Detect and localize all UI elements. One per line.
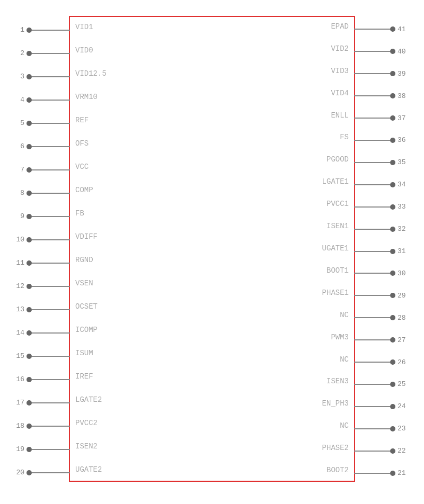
left-pin-dot-19 xyxy=(26,447,32,452)
right-pin-line-28 xyxy=(354,317,390,318)
right-pin-label-22: PHASE2 xyxy=(322,444,349,452)
right-pin-line-26 xyxy=(354,362,390,363)
right-pin-number-41: 41 xyxy=(398,25,412,33)
right-pin-label-29: PHASE1 xyxy=(322,289,349,297)
right-pin-36: 36 xyxy=(354,136,412,144)
left-pin-label-2: VID0 xyxy=(75,46,93,55)
left-pin-number-14: 14 xyxy=(12,329,24,337)
right-pin-number-23: 23 xyxy=(398,425,412,433)
right-pin-number-22: 22 xyxy=(398,447,412,455)
left-pin-label-12: VSEN xyxy=(75,279,93,287)
left-pin-17: 17 xyxy=(12,399,70,407)
left-pin-line-14 xyxy=(32,332,70,334)
left-pin-label-16: IREF xyxy=(75,372,93,381)
left-pin-label-17: LGATE2 xyxy=(75,395,102,404)
right-pin-label-38: VID4 xyxy=(331,89,349,97)
left-pin-label-10: VDIFF xyxy=(75,232,98,241)
left-pin-1: 1 xyxy=(12,26,70,34)
left-pin-10: 10 xyxy=(12,236,70,244)
right-pin-line-27 xyxy=(354,339,390,340)
left-pin-15: 15 xyxy=(12,352,70,360)
right-pin-number-35: 35 xyxy=(398,158,412,166)
right-pin-label-39: VID3 xyxy=(331,67,349,75)
left-pin-line-2 xyxy=(32,53,70,54)
left-pin-dot-17 xyxy=(26,400,32,406)
right-pin-line-25 xyxy=(354,384,390,385)
right-pin-number-28: 28 xyxy=(398,314,412,322)
left-pin-line-17 xyxy=(32,402,70,403)
right-pin-number-25: 25 xyxy=(398,380,412,388)
right-pin-dot-34 xyxy=(390,182,395,187)
left-pin-dot-13 xyxy=(26,307,32,312)
right-pin-32: 32 xyxy=(354,225,412,233)
left-pin-3: 3 xyxy=(12,73,70,80)
left-pin-9: 9 xyxy=(12,212,70,220)
left-pin-line-19 xyxy=(32,449,70,450)
left-pin-line-5 xyxy=(32,123,70,124)
left-pin-12: 12 xyxy=(12,282,70,290)
left-pin-18: 18 xyxy=(12,422,70,430)
ic-body: 1VID12VID03VID12.54VRM105REF6OFS7VCC8COM… xyxy=(69,16,355,482)
left-pin-label-1: VID1 xyxy=(75,23,93,31)
left-pin-dot-1 xyxy=(26,28,32,33)
left-pin-label-8: COMP xyxy=(75,186,93,194)
left-pin-dot-11 xyxy=(26,260,32,266)
right-pin-dot-22 xyxy=(390,448,395,454)
right-pin-line-24 xyxy=(354,406,390,407)
right-pin-number-24: 24 xyxy=(398,402,412,410)
right-pin-line-30 xyxy=(354,273,390,274)
right-pin-29: 29 xyxy=(354,292,412,300)
left-pin-line-10 xyxy=(32,239,70,240)
right-pin-line-23 xyxy=(354,428,390,429)
right-pin-label-26: NC xyxy=(340,355,349,364)
right-pin-31: 31 xyxy=(354,247,412,255)
right-pin-label-31: UGATE1 xyxy=(322,244,349,253)
left-pin-label-6: OFS xyxy=(75,139,89,148)
left-pin-line-9 xyxy=(32,216,70,217)
right-pin-line-36 xyxy=(354,140,390,141)
right-pin-label-36: FS xyxy=(340,133,349,141)
right-pin-label-30: BOOT1 xyxy=(326,266,349,275)
right-pin-number-39: 39 xyxy=(398,70,412,78)
left-pin-label-3: VID12.5 xyxy=(75,69,107,78)
right-pin-dot-35 xyxy=(390,160,395,165)
left-pin-number-20: 20 xyxy=(12,469,24,476)
right-pin-dot-29 xyxy=(390,293,395,298)
right-pin-number-37: 37 xyxy=(398,114,412,122)
right-pin-dot-25 xyxy=(390,382,395,387)
right-pin-line-21 xyxy=(354,473,390,474)
right-pin-number-21: 21 xyxy=(398,469,412,477)
right-pin-39: 39 xyxy=(354,70,412,78)
left-pin-20: 20 xyxy=(12,469,70,476)
right-pin-line-31 xyxy=(354,251,390,252)
right-pin-26: 26 xyxy=(354,358,412,366)
right-pin-dot-41 xyxy=(390,26,395,32)
right-pin-number-27: 27 xyxy=(398,336,412,344)
left-pin-number-9: 9 xyxy=(12,212,24,220)
right-pin-label-40: VID2 xyxy=(331,44,349,53)
left-pin-11: 11 xyxy=(12,259,70,267)
right-pin-number-29: 29 xyxy=(398,292,412,300)
left-pin-number-7: 7 xyxy=(12,166,24,174)
left-pin-line-7 xyxy=(32,169,70,170)
right-pin-dot-21 xyxy=(390,471,395,476)
right-pin-line-41 xyxy=(354,29,390,30)
left-pin-line-3 xyxy=(32,76,70,77)
right-pin-dot-40 xyxy=(390,49,395,54)
left-pin-label-11: RGND xyxy=(75,256,93,264)
left-pin-line-13 xyxy=(32,309,70,310)
left-pin-number-8: 8 xyxy=(12,189,24,197)
left-pin-2: 2 xyxy=(12,49,70,57)
left-pin-dot-3 xyxy=(26,74,32,79)
right-pin-label-27: PWM3 xyxy=(331,333,349,341)
left-pin-label-4: VRM10 xyxy=(75,93,98,101)
right-pin-34: 34 xyxy=(354,181,412,188)
left-pin-label-14: ICOMP xyxy=(75,326,98,334)
left-pin-dot-15 xyxy=(26,354,32,359)
right-pin-line-34 xyxy=(354,184,390,185)
left-pin-label-18: PVCC2 xyxy=(75,419,98,427)
right-pin-label-37: ENLL xyxy=(331,111,349,120)
left-pin-label-15: ISUM xyxy=(75,349,93,357)
left-pin-dot-20 xyxy=(26,470,32,475)
left-pin-dot-9 xyxy=(26,214,32,219)
